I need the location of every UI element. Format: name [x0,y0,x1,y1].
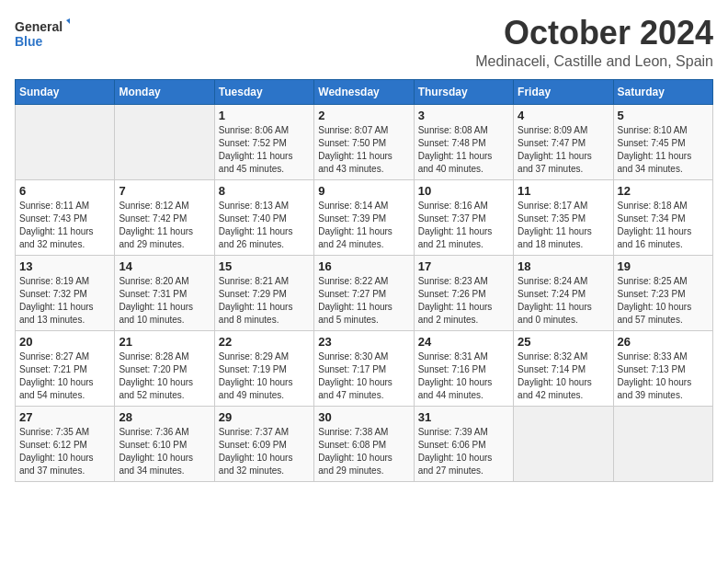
day-info: Sunrise: 8:10 AM Sunset: 7:45 PM Dayligh… [618,124,709,176]
day-number: 21 [119,335,210,349]
day-info: Sunrise: 8:12 AM Sunset: 7:42 PM Dayligh… [119,200,210,251]
day-info: Sunrise: 8:23 AM Sunset: 7:26 PM Dayligh… [418,275,509,327]
day-info: Sunrise: 8:32 AM Sunset: 7:14 PM Dayligh… [518,350,609,402]
day-info: Sunrise: 8:29 AM Sunset: 7:19 PM Dayligh… [219,350,310,402]
day-number: 2 [318,109,409,122]
calendar-cell [16,104,115,179]
day-number: 29 [219,410,310,424]
day-number: 27 [19,410,110,424]
day-info: Sunrise: 8:28 AM Sunset: 7:20 PM Dayligh… [119,350,210,402]
calendar-cell: 2Sunrise: 8:07 AM Sunset: 7:50 PM Daylig… [314,104,414,179]
day-number: 4 [518,109,609,122]
day-number: 9 [318,184,409,198]
calendar-cell: 10Sunrise: 8:16 AM Sunset: 7:37 PM Dayli… [414,179,513,255]
day-info: Sunrise: 8:13 AM Sunset: 7:40 PM Dayligh… [219,200,310,251]
calendar-cell: 19Sunrise: 8:25 AM Sunset: 7:23 PM Dayli… [613,255,712,330]
day-info: Sunrise: 8:14 AM Sunset: 7:39 PM Dayligh… [318,200,409,251]
calendar-cell: 17Sunrise: 8:23 AM Sunset: 7:26 PM Dayli… [414,255,513,330]
day-info: Sunrise: 8:19 AM Sunset: 7:32 PM Dayligh… [19,275,110,327]
calendar-cell: 20Sunrise: 8:27 AM Sunset: 7:21 PM Dayli… [16,330,115,406]
calendar-cell: 27Sunrise: 7:35 AM Sunset: 6:12 PM Dayli… [16,406,115,481]
day-number: 5 [618,109,709,122]
calendar-cell [514,406,613,481]
day-info: Sunrise: 7:38 AM Sunset: 6:08 PM Dayligh… [318,426,409,477]
calendar-cell: 29Sunrise: 7:37 AM Sunset: 6:09 PM Dayli… [214,406,313,481]
day-info: Sunrise: 8:07 AM Sunset: 7:50 PM Dayligh… [318,124,409,176]
calendar-cell: 15Sunrise: 8:21 AM Sunset: 7:29 PM Dayli… [214,255,313,330]
day-number: 12 [618,184,709,198]
calendar-cell: 11Sunrise: 8:17 AM Sunset: 7:35 PM Dayli… [514,179,613,255]
day-info: Sunrise: 8:22 AM Sunset: 7:27 PM Dayligh… [318,275,409,327]
day-number: 20 [19,335,110,349]
day-number: 28 [119,410,210,424]
calendar-cell: 1Sunrise: 8:06 AM Sunset: 7:52 PM Daylig… [214,104,313,179]
day-info: Sunrise: 7:37 AM Sunset: 6:09 PM Dayligh… [219,426,310,477]
day-number: 11 [518,184,609,198]
day-info: Sunrise: 8:24 AM Sunset: 7:24 PM Dayligh… [518,275,609,327]
day-info: Sunrise: 8:27 AM Sunset: 7:21 PM Dayligh… [19,350,110,402]
weekday-header-thursday: Thursday [414,79,513,104]
calendar-cell: 14Sunrise: 8:20 AM Sunset: 7:31 PM Dayli… [115,255,214,330]
svg-text:General: General [15,19,63,34]
calendar-cell: 13Sunrise: 8:19 AM Sunset: 7:32 PM Dayli… [16,255,115,330]
calendar-cell: 22Sunrise: 8:29 AM Sunset: 7:19 PM Dayli… [214,330,313,406]
day-info: Sunrise: 8:17 AM Sunset: 7:35 PM Dayligh… [518,200,609,251]
day-number: 19 [618,259,709,273]
calendar-cell: 24Sunrise: 8:31 AM Sunset: 7:16 PM Dayli… [414,330,513,406]
calendar-cell: 26Sunrise: 8:33 AM Sunset: 7:13 PM Dayli… [613,330,712,406]
calendar-header: SundayMondayTuesdayWednesdayThursdayFrid… [16,79,713,104]
day-number: 22 [219,335,310,349]
calendar-table: SundayMondayTuesdayWednesdayThursdayFrid… [15,79,713,482]
calendar-cell: 30Sunrise: 7:38 AM Sunset: 6:08 PM Dayli… [314,406,414,481]
day-info: Sunrise: 8:09 AM Sunset: 7:47 PM Dayligh… [518,124,609,176]
day-number: 31 [418,410,509,424]
calendar-cell [613,406,712,481]
day-number: 25 [518,335,609,349]
day-number: 1 [219,109,310,122]
day-info: Sunrise: 7:39 AM Sunset: 6:06 PM Dayligh… [418,426,509,477]
calendar-cell [115,104,214,179]
day-info: Sunrise: 8:08 AM Sunset: 7:48 PM Dayligh… [418,124,509,176]
calendar-cell: 16Sunrise: 8:22 AM Sunset: 7:27 PM Dayli… [314,255,414,330]
day-number: 10 [418,184,509,198]
day-number: 23 [318,335,409,349]
day-number: 7 [119,184,210,198]
day-number: 8 [219,184,310,198]
calendar-cell: 5Sunrise: 8:10 AM Sunset: 7:45 PM Daylig… [613,104,712,179]
day-info: Sunrise: 8:25 AM Sunset: 7:23 PM Dayligh… [618,275,709,327]
weekday-header-sunday: Sunday [16,79,115,104]
day-info: Sunrise: 8:20 AM Sunset: 7:31 PM Dayligh… [119,275,210,327]
day-number: 15 [219,259,310,273]
day-info: Sunrise: 8:33 AM Sunset: 7:13 PM Dayligh… [618,350,709,402]
svg-marker-2 [66,17,70,28]
day-info: Sunrise: 7:35 AM Sunset: 6:12 PM Dayligh… [19,426,110,477]
calendar-cell: 8Sunrise: 8:13 AM Sunset: 7:40 PM Daylig… [214,179,313,255]
calendar-cell: 23Sunrise: 8:30 AM Sunset: 7:17 PM Dayli… [314,330,414,406]
day-number: 14 [119,259,210,273]
day-number: 16 [318,259,409,273]
calendar-cell: 7Sunrise: 8:12 AM Sunset: 7:42 PM Daylig… [115,179,214,255]
day-number: 13 [19,259,110,273]
day-info: Sunrise: 8:11 AM Sunset: 7:43 PM Dayligh… [19,200,110,251]
day-info: Sunrise: 8:30 AM Sunset: 7:17 PM Dayligh… [318,350,409,402]
logo-svg: General Blue [15,15,70,55]
day-info: Sunrise: 8:16 AM Sunset: 7:37 PM Dayligh… [418,200,509,251]
weekday-header-monday: Monday [115,79,214,104]
month-title: October 2024 [475,15,713,52]
calendar-cell: 9Sunrise: 8:14 AM Sunset: 7:39 PM Daylig… [314,179,414,255]
day-info: Sunrise: 7:36 AM Sunset: 6:10 PM Dayligh… [119,426,210,477]
svg-text:Blue: Blue [15,34,43,49]
day-number: 17 [418,259,509,273]
calendar-cell: 28Sunrise: 7:36 AM Sunset: 6:10 PM Dayli… [115,406,214,481]
location-title: Medinaceli, Castille and Leon, Spain [475,53,713,70]
day-info: Sunrise: 8:06 AM Sunset: 7:52 PM Dayligh… [219,124,310,176]
logo: General Blue [15,15,70,55]
calendar-cell: 31Sunrise: 7:39 AM Sunset: 6:06 PM Dayli… [414,406,513,481]
day-number: 18 [518,259,609,273]
day-number: 26 [618,335,709,349]
calendar-cell: 21Sunrise: 8:28 AM Sunset: 7:20 PM Dayli… [115,330,214,406]
day-number: 24 [418,335,509,349]
page-header: General Blue October 2024 Medinaceli, Ca… [15,15,713,70]
calendar-cell: 6Sunrise: 8:11 AM Sunset: 7:43 PM Daylig… [16,179,115,255]
weekday-header-friday: Friday [514,79,613,104]
